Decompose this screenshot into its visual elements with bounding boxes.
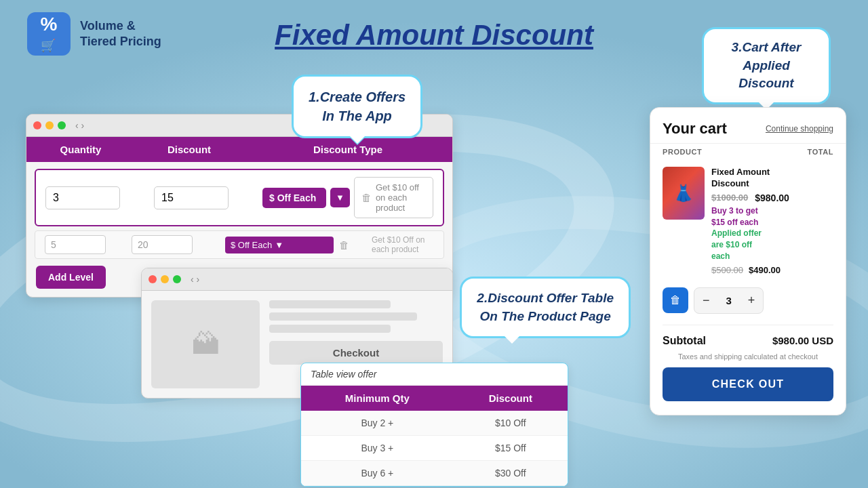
offer-table: Minimum Qty Discount Buy 2 + $10 Off Buy… xyxy=(301,386,568,486)
bubble-cart-after: 3.Cart After Applied Discount xyxy=(702,27,831,104)
dropdown-arrow-1[interactable]: ▼ xyxy=(330,188,350,207)
cart-panel: Your cart Continue shopping PRODUCT TOTA… xyxy=(650,107,846,415)
cart-qty-control: − 3 + xyxy=(694,287,764,314)
discount-type-select-1[interactable]: $ Off Each % Off Each xyxy=(262,188,326,208)
traffic-light-green[interactable] xyxy=(58,121,66,129)
offer-row-2-discount: $15 Off xyxy=(454,436,568,461)
cart-continue-shopping[interactable]: Continue shopping xyxy=(766,124,833,134)
cart-subtotal-label: Subtotal xyxy=(663,335,706,347)
discount-type-row-1: $ Off Each % Off Each ▼ 🗑 Get $10 off on… xyxy=(262,177,433,218)
offer-row-1-discount: $10 Off xyxy=(454,411,568,436)
offer-row-3: Buy 6 + $30 Off xyxy=(301,461,568,486)
offer-col-qty: Minimum Qty xyxy=(301,386,454,411)
offer-table-title: Table view offer xyxy=(301,363,568,386)
traffic-light-yellow[interactable] xyxy=(45,121,54,129)
hint-text-2: Get $10 Off on each product xyxy=(372,235,434,254)
trash-icon-1[interactable]: 🗑 xyxy=(361,192,372,203)
offer-row-1: Buy 2 + $10 Off xyxy=(301,411,568,436)
product-checkout-button[interactable]: Checkout xyxy=(269,341,443,365)
product-panel-titlebar: ‹ › xyxy=(142,268,452,291)
cart-applied-text: Applied offer are $10 off each xyxy=(711,228,833,262)
offer-col-discount: Discount xyxy=(454,386,568,411)
quantity-input-1[interactable] xyxy=(45,186,120,209)
discount-input-1[interactable] xyxy=(154,186,229,209)
cart-header: Your cart Continue shopping xyxy=(650,108,846,144)
cart-qty-plus[interactable]: + xyxy=(740,288,764,313)
offer-row-3-discount: $30 Off xyxy=(454,461,568,486)
cart-compare-price2: $490.00 xyxy=(749,265,781,275)
traffic-light-red[interactable] xyxy=(33,121,41,129)
col-quantity: Quantity xyxy=(26,137,135,162)
offer-row-3-qty: Buy 6 + xyxy=(301,461,454,486)
cart-item-name: Fixed Amount Discount xyxy=(711,167,833,190)
cart-item-details: Fixed Amount Discount $1000.00 $980.00 B… xyxy=(711,167,833,275)
cart-item: 👗 Fixed Amount Discount $1000.00 $980.00… xyxy=(650,160,846,282)
cart-qty-value: 3 xyxy=(718,295,740,306)
cart-tax-text: Taxes and shipping calculated at checkou… xyxy=(650,351,846,367)
product-line-3 xyxy=(269,325,391,333)
cart-title: Your cart xyxy=(663,120,727,138)
col-discount: Discount xyxy=(135,137,243,162)
product-line-1 xyxy=(269,300,391,308)
offer-row-2: Buy 3 + $15 Off xyxy=(301,436,568,461)
mountain-icon: 🏔 xyxy=(191,328,220,361)
logo-icon: %🛒 xyxy=(41,15,58,53)
add-level-button[interactable]: Add Level xyxy=(36,266,106,289)
cart-subtotal-value: $980.00 USD xyxy=(772,335,833,346)
cart-item-image: 👗 xyxy=(663,167,705,220)
dropdown-chevron-2: ▼ xyxy=(275,240,283,250)
discount-input-2[interactable] xyxy=(132,235,193,254)
logo-text: Volume & Tiered Pricing xyxy=(80,18,161,50)
offer-table-container: Table view offer Minimum Qty Discount Bu… xyxy=(300,363,568,487)
quantity-input-2[interactable] xyxy=(45,235,106,254)
product-titlebar-arrows[interactable]: ‹ › xyxy=(191,274,199,285)
cart-col-total: TOTAL xyxy=(808,148,833,156)
cart-col-product: PRODUCT xyxy=(663,148,702,156)
cart-compare-price: $500.00 xyxy=(711,265,743,275)
product-tl-yellow[interactable] xyxy=(161,275,169,283)
product-lines xyxy=(269,300,443,333)
cart-checkout-button[interactable]: CHECK OUT xyxy=(663,367,833,401)
dropdown-label-2: $ Off Each xyxy=(231,240,272,250)
config-row-2: $ Off Each ▼ 🗑 Get $10 Off on each produ… xyxy=(35,230,444,259)
page-title: Fixed Amount Discount xyxy=(275,19,593,52)
cart-item-orig-price: $1000.00 xyxy=(711,192,748,203)
cart-offer-text: Buy 3 to get $15 off each xyxy=(711,205,833,228)
offer-row-2-qty: Buy 3 + xyxy=(301,436,454,461)
cart-qty-row: 🗑 − 3 + xyxy=(650,282,846,319)
product-tl-green[interactable] xyxy=(173,275,181,283)
col-discount-type: Discount Type xyxy=(243,137,452,162)
config-row-1: $ Off Each % Off Each ▼ 🗑 Get $10 off on… xyxy=(35,169,444,226)
logo: %🛒 xyxy=(27,12,71,56)
product-tl-red[interactable] xyxy=(149,275,157,283)
hint-text-1: Get $10 off on each product xyxy=(376,182,426,213)
offer-row-1-qty: Buy 2 + xyxy=(301,411,454,436)
bubble-discount-table: 2.Discount Offer Table On The Product Pa… xyxy=(460,277,631,338)
table-header: Quantity Discount Discount Type xyxy=(26,137,452,162)
titlebar-arrows[interactable]: ‹ › xyxy=(75,120,84,131)
cart-delete-button[interactable]: 🗑 xyxy=(663,287,688,313)
discount-type-select-2[interactable]: $ Off Each ▼ xyxy=(225,237,334,253)
product-image: 🏔 xyxy=(151,300,260,388)
cart-divider xyxy=(663,325,833,325)
cart-item-price: $980.00 xyxy=(755,192,789,203)
cart-qty-minus[interactable]: − xyxy=(694,288,718,313)
product-line-2 xyxy=(269,312,417,321)
cart-columns: PRODUCT TOTAL xyxy=(650,144,846,160)
cart-subtotal-row: Subtotal $980.00 USD xyxy=(650,331,846,351)
hint-box-1: 🗑 Get $10 off on each product xyxy=(354,177,433,218)
bubble-create-offers: 1.Create Offers In The App xyxy=(292,75,422,138)
trash-icon-2[interactable]: 🗑 xyxy=(339,239,366,251)
